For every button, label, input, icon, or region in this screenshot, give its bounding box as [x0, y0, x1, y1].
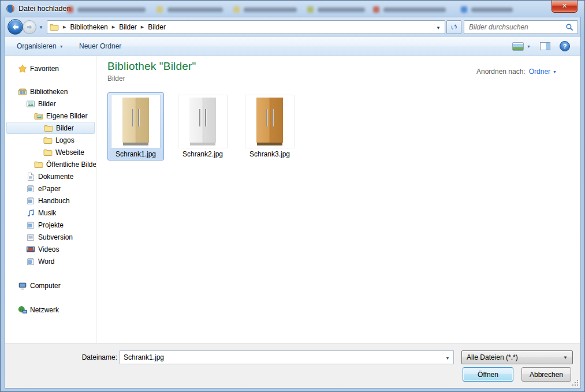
arrange-by-value: Ordner	[529, 68, 550, 76]
sidebar-item-projekte[interactable]: Projekte	[6, 219, 95, 231]
sidebar-item-logos[interactable]: Logos	[6, 134, 95, 146]
background-tab-icon	[157, 6, 163, 13]
sidebar-item-eigene-bilder[interactable]: Eigene Bilder	[6, 110, 95, 122]
sidebar-item-label: Bibliotheken	[30, 88, 68, 96]
arrange-by-dropdown[interactable]: Ordner ▼	[529, 68, 557, 76]
refresh-button[interactable]	[446, 20, 461, 34]
address-dropdown-chevron-icon[interactable]: ▼	[436, 25, 441, 31]
sidebar-spacer	[5, 74, 96, 85]
breadcrumb-bilder-library[interactable]: Bilder	[119, 23, 137, 31]
sidebar-item-bilder-folder-selected[interactable]: Bilder	[6, 122, 95, 134]
sidebar-item-oeffentliche-bilder[interactable]: Öffentliche Bilder	[6, 158, 95, 170]
main-area: Favoriten Bibliotheken	[5, 56, 580, 343]
back-arrow-icon	[12, 24, 20, 31]
sidebar-item-label: Handbuch	[38, 197, 70, 205]
sidebar-item-label: Word	[38, 257, 54, 266]
chevron-down-icon: ▼	[563, 355, 568, 360]
sidebar-item-label: Musik	[38, 209, 56, 217]
picture-folder-icon	[34, 111, 43, 121]
folder-icon	[43, 148, 53, 157]
sidebar-spacer	[5, 267, 96, 279]
library-header-subtitle: Bilder	[107, 74, 580, 83]
cancel-button[interactable]: Abbrechen	[521, 367, 571, 382]
help-button[interactable]: ?	[555, 37, 575, 55]
views-icon	[512, 42, 524, 51]
breadcrumb-bilder-folder[interactable]: Bilder	[148, 23, 166, 31]
search-box	[464, 20, 578, 34]
sidebar-item-bibliotheken[interactable]: Bibliotheken	[6, 85, 95, 98]
open-button[interactable]: Öffnen	[463, 367, 513, 382]
recent-pages-chevron-icon[interactable]: ▼	[39, 25, 43, 30]
sidebar-item-webseite[interactable]: Webseite	[6, 146, 95, 158]
sidebar-item-word[interactable]: Word	[6, 255, 95, 267]
preview-pane-button[interactable]	[535, 37, 555, 55]
sidebar-item-handbuch[interactable]: Handbuch	[6, 195, 95, 207]
refresh-icon	[450, 23, 458, 31]
file-thumbnail	[178, 95, 227, 148]
filename-dropdown-chevron-icon[interactable]: ▼	[445, 356, 450, 361]
file-tile-schrank3[interactable]: Schrank3.jpg	[241, 92, 298, 160]
file-tile-schrank1[interactable]: Schrank1.jpg	[107, 92, 164, 160]
star-icon	[18, 64, 27, 73]
new-folder-label: Neuer Ordner	[79, 42, 121, 50]
file-tile-schrank2[interactable]: Schrank2.jpg	[174, 92, 231, 160]
address-bar[interactable]: ▶ Bibliotheken ▶ Bilder ▶ Bilder ▼	[47, 20, 445, 34]
folder-icon	[50, 23, 59, 32]
file-tiles: Schrank1.jpg Schrank2.jpg	[107, 92, 580, 160]
library-icon	[18, 87, 27, 96]
background-tab-icon	[307, 6, 314, 13]
background-tab	[471, 8, 513, 12]
breadcrumb-separator-icon: ▶	[63, 25, 66, 29]
chevron-down-icon: ▼	[527, 44, 531, 48]
back-button[interactable]	[8, 19, 23, 35]
dialog-client-area: ▼ ▶ Bibliotheken ▶ Bilder ▶ Bilder ▼	[5, 17, 580, 388]
wardrobe-image	[256, 98, 283, 145]
new-folder-button[interactable]: Neuer Ordner	[74, 37, 126, 55]
file-list-area: Bibliothek "Bilder" Bilder Anordnen nach…	[96, 56, 580, 343]
navigation-bar: ▼ ▶ Bibliotheken ▶ Bilder ▶ Bilder ▼	[5, 17, 580, 37]
close-button[interactable]: ✕	[552, 1, 577, 13]
background-tab	[77, 8, 146, 12]
sidebar-item-bilder-library[interactable]: Bilder	[6, 98, 95, 110]
folder-icon	[44, 124, 53, 133]
background-browser-tabs	[61, 1, 517, 17]
navigation-pane: Favoriten Bibliotheken	[5, 56, 96, 343]
organize-menu-button[interactable]: Organisieren ▼	[12, 37, 68, 55]
filename-input[interactable]	[120, 351, 441, 364]
sidebar-item-dokumente[interactable]: Dokumente	[6, 170, 95, 182]
sidebar-item-epaper[interactable]: ePaper	[6, 182, 95, 195]
sidebar-item-netzwerk[interactable]: Netzwerk	[6, 304, 95, 316]
wardrobe-image	[189, 98, 216, 145]
file-thumbnail	[245, 95, 294, 148]
chevron-down-icon: ▼	[553, 70, 557, 74]
firefox-icon	[6, 4, 15, 13]
breadcrumb-bibliotheken[interactable]: Bibliotheken	[70, 23, 107, 31]
sidebar-item-label: Eigene Bilder	[46, 112, 87, 120]
command-toolbar: Organisieren ▼ Neuer Ordner ▼ ?	[5, 37, 580, 56]
chevron-down-icon: ▼	[59, 44, 64, 48]
file-type-value: Alle Dateien (*.*)	[467, 353, 563, 361]
search-icon[interactable]	[565, 23, 574, 32]
sidebar-item-computer[interactable]: Computer	[6, 279, 95, 292]
file-name-label: Schrank1.jpg	[115, 150, 156, 158]
sidebar-item-musik[interactable]: Musik	[6, 207, 95, 219]
breadcrumb-separator-icon: ▶	[141, 25, 144, 29]
library-folder-icon	[26, 196, 35, 206]
sidebar-item-favoriten[interactable]: Favoriten	[6, 62, 95, 74]
wardrobe-image	[122, 98, 149, 145]
sidebar-item-subversion[interactable]: Subversion	[6, 231, 95, 243]
sidebar-item-label: Dokumente	[38, 173, 73, 181]
sidebar-item-videos[interactable]: Videos	[6, 243, 95, 255]
forward-button-disabled	[23, 20, 36, 34]
change-view-button[interactable]: ▼	[508, 37, 535, 55]
background-tab-icon	[461, 6, 467, 13]
search-input[interactable]	[464, 21, 577, 33]
help-icon: ?	[560, 41, 570, 51]
sidebar-item-label: Bilder	[56, 124, 74, 132]
file-name-label: Schrank3.jpg	[249, 150, 290, 158]
sidebar-item-label: Projekte	[38, 221, 64, 229]
title-bar[interactable]: Datei hochladen ✕	[1, 1, 585, 17]
resize-grip[interactable]	[571, 379, 578, 386]
sidebar-item-label: Favoriten	[30, 65, 59, 73]
file-type-select[interactable]: Alle Dateien (*.*) ▼	[461, 350, 573, 364]
